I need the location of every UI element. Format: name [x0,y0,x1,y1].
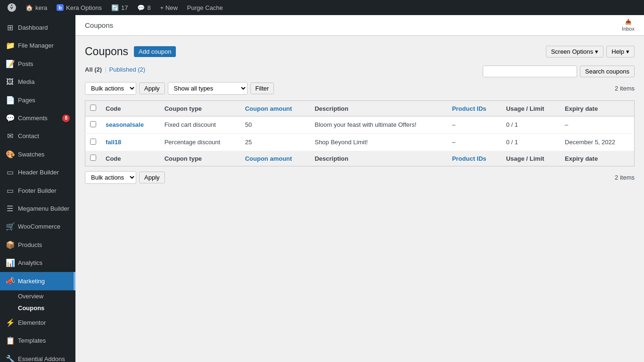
inbox-label: Inbox [622,26,635,32]
sidebar-item-posts[interactable]: 📝 Posts [0,55,75,73]
sidebar-item-dashboard[interactable]: ⊞ Dashboard [0,19,75,37]
search-coupons-input[interactable] [483,66,577,77]
sidebar-item-header-builder[interactable]: ▭ Header Builder [0,164,75,181]
media-icon: 🖼 [6,77,14,87]
sidebar-item-comments[interactable]: 💬 Comments 8 [0,109,75,127]
coupons-table: Code Coupon type Coupon amount Descripti… [85,100,635,166]
dashboard-icon: ⊞ [6,23,14,33]
sidebar-item-contact[interactable]: ✉ Contact [0,127,75,145]
select-all-checkbox-bottom[interactable] [90,155,96,161]
comments-icon: 💬 [137,4,145,11]
screen-options-button[interactable]: Screen Options ▾ [546,46,604,58]
sidebar-contact-label: Contact [18,132,39,140]
coupon-code-link[interactable]: fall18 [106,139,121,146]
sidebar-posts-label: Posts [18,60,33,68]
col-header-coupon-type: Coupon type [160,101,240,116]
col-header-expiry-date: Expiry date [560,101,634,116]
sidebar-item-essential-addons[interactable]: 🔧 Essential Addons [0,350,75,362]
inbox-icon: 📥 [625,19,632,25]
new-label: + New [160,4,178,11]
sidebar-item-megamenu-builder[interactable]: ☰ Megamenu Builder [0,200,75,218]
adminbar-kera-options[interactable]: b Kera Options [53,0,106,15]
screen-options-label: Screen Options [551,48,594,55]
product-ids-cell: – [447,116,502,134]
screen-options-chevron: ▾ [595,48,598,55]
sidebar-swatches-label: Swatches [18,150,44,159]
adminbar-purge-cache[interactable]: Purge Cache [183,0,227,15]
coupon-code-link[interactable]: seasonalsale [106,121,144,128]
view-published[interactable]: Published (2) [109,66,146,73]
sidebar-item-marketing[interactable]: 📣 Marketing [0,272,75,290]
view-all[interactable]: All (2) [85,66,102,73]
product-ids-cell: – [447,134,502,151]
col-footer-product-ids: Product IDs [447,151,502,166]
sidebar-item-elementor[interactable]: ⚡ Elementor [0,314,75,332]
table-row: fall18 Percentage discount 25 Shop Beyon… [85,134,635,151]
kera-options-label: Kera Options [66,4,102,11]
sidebar-megamenu-label: Megamenu Builder [18,205,69,213]
marketing-icon: 📣 [6,276,14,286]
row-checkbox[interactable] [90,121,96,127]
search-coupons-button[interactable]: Search coupons [580,66,635,77]
filter-button[interactable]: Filter [250,82,274,94]
essential-addons-icon: 🔧 [6,354,14,362]
updates-icon: 🔄 [111,4,119,11]
sidebar-item-woocommerce[interactable]: 🛒 WooCommerce [0,218,75,236]
woocommerce-icon: 🛒 [6,222,14,232]
adminbar-updates[interactable]: 🔄 17 [107,0,132,15]
views-row: All (2) | Published (2) [85,66,145,73]
sidebar-analytics-label: Analytics [18,259,42,267]
row-checkbox[interactable] [90,139,96,145]
apply-top-button[interactable]: Apply [139,82,165,94]
col-footer-description: Description [310,151,447,166]
adminbar-new[interactable]: + New [157,0,182,15]
sidebar-sub-coupons[interactable]: Coupons [0,302,75,314]
sidebar-item-products[interactable]: 📦 Products [0,236,75,254]
usage-limit-cell: 0 / 1 [501,134,560,151]
sidebar-item-media[interactable]: 🖼 Media [0,73,75,91]
sidebar-item-swatches[interactable]: 🎨 Swatches [0,146,75,164]
sidebar-item-templates[interactable]: 📋 Templates [0,332,75,350]
bulk-actions-top-select[interactable]: Bulk actions Delete [85,82,136,95]
sidebar-item-footer-builder[interactable]: ▭ Footer Builder [0,182,75,200]
file-manager-icon: 📁 [6,41,14,51]
select-all-checkbox-top[interactable] [90,105,96,111]
sidebar-sub-overview[interactable]: Overview [0,290,75,302]
adminbar-site-name[interactable]: 🏠 kera [22,0,51,15]
sidebar-templates-label: Templates [18,337,46,345]
coupon-amount-cell: 50 [240,116,310,134]
col-header-product-ids: Product IDs [447,101,502,116]
type-filter-select[interactable]: Show all types Percentage discount Fixed… [168,82,248,95]
coupon-type-cell: Percentage discount [160,134,240,151]
bulk-actions-bottom-select[interactable]: Bulk actions Delete [85,171,136,184]
col-header-description: Description [310,101,447,116]
home-icon: 🏠 [25,4,33,11]
help-chevron: ▾ [626,48,629,55]
sidebar-essential-addons-label: Essential Addons [18,355,65,362]
col-header-code[interactable]: Code [101,101,160,116]
pages-icon: 📄 [6,95,14,106]
usage-limit-cell: 0 / 1 [501,116,560,134]
col-footer-coupon-type: Coupon type [160,151,240,166]
col-footer-usage-limit: Usage / Limit [501,151,560,166]
footer-builder-icon: ▭ [6,186,14,196]
wp-logo-icon[interactable] [4,0,20,15]
items-count-top: 2 items [615,85,635,92]
apply-bottom-button[interactable]: Apply [139,172,165,183]
sidebar-item-pages[interactable]: 📄 Pages [0,91,75,109]
products-icon: 📦 [6,240,14,250]
sidebar-item-file-manager[interactable]: 📁 File Manager [0,37,75,55]
help-button[interactable]: Help ▾ [606,46,635,58]
b-icon: b [57,4,64,11]
add-coupon-button[interactable]: Add coupon [134,46,176,57]
col-footer-coupon-amount: Coupon amount [240,151,310,166]
posts-icon: 📝 [6,59,14,69]
sidebar-item-analytics[interactable]: 📊 Analytics [0,254,75,272]
coupon-desc-cell: Bloom your feast with ultimate Offers! [310,116,447,134]
inbox-button[interactable]: 📥 Inbox [622,19,635,32]
adminbar-comments[interactable]: 💬 8 [133,0,154,15]
sidebar-marketing-label: Marketing [18,277,45,286]
sidebar-elementor-label: Elementor [18,319,46,327]
analytics-icon: 📊 [6,258,14,268]
sidebar-file-manager-label: File Manager [18,41,54,50]
